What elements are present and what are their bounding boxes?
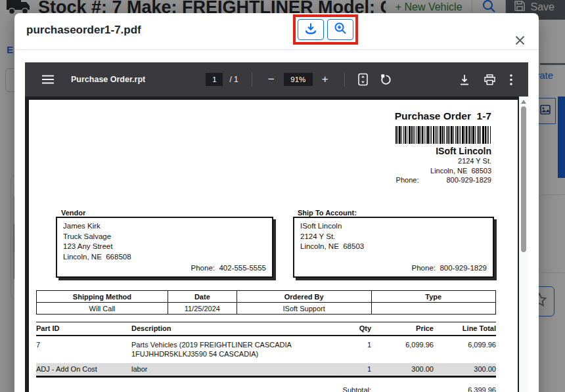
zoom-in-toolbar-button[interactable]: + <box>319 73 331 86</box>
ship-to-box: ISoft Lincoln 2124 Y St. Lincoln, NE 685… <box>293 217 494 278</box>
modal-title: purchaseorder1-7.pdf <box>26 24 141 37</box>
toolbar-download-icon[interactable] <box>459 74 470 85</box>
parts-table-header: Part ID Description Qty Price Line Total <box>36 322 496 336</box>
scrollbar-thumb[interactable] <box>521 106 526 252</box>
zoom-in-button[interactable] <box>327 19 353 40</box>
subtotal-label: Subtotal: <box>36 386 371 392</box>
page-number-input[interactable]: 1 <box>206 73 223 86</box>
po-address1: 2124 Y St. <box>281 156 491 166</box>
pdf-preview-modal: purchaseorder1-7.pdf <box>14 13 539 392</box>
menu-icon[interactable] <box>42 75 54 84</box>
page-total: / 1 <box>229 75 238 84</box>
table-row: ADJ - Add On Cost labor 1 300.00 300.00 <box>36 363 496 375</box>
subtotal-row: Subtotal: 6,399.96 <box>36 386 496 392</box>
po-phone-label: Phone: <box>396 175 419 185</box>
pdf-scroll-area: Purchase Order 1-7 ISoft Lincoln 2124 Y … <box>25 97 528 392</box>
ship-to-phone: Phone: 800-929-1829 <box>412 263 487 274</box>
vendor-box: James Kirk Truck Salvage 123 Any Street … <box>56 217 273 278</box>
download-pdf-button[interactable] <box>298 19 324 40</box>
vendor-phone: Phone: 402-555-5555 <box>191 263 266 274</box>
screen: Stock #: 7 Make: FREIGHTLINER Model: CAS… <box>0 0 565 392</box>
download-icon <box>304 22 317 37</box>
po-title: Purchase Order 1-7 <box>281 110 491 122</box>
vertical-scrollbar[interactable] <box>519 97 528 392</box>
zoom-in-icon <box>334 22 347 37</box>
parts-table: Part ID Description Qty Price Line Total… <box>36 322 496 392</box>
scroll-up-icon[interactable] <box>521 100 526 104</box>
subtotal-value: 6,399.96 <box>434 386 496 392</box>
more-options-icon[interactable] <box>510 74 512 85</box>
po-address2: Lincoln, NE 68503 <box>281 166 491 176</box>
barcode <box>393 126 491 144</box>
ship-to-label: Ship To Account: <box>298 209 357 217</box>
print-icon[interactable] <box>484 74 495 85</box>
annotation-highlight-box <box>293 14 358 45</box>
rotate-icon[interactable] <box>380 74 392 86</box>
shipping-table: Shipping Method Date Ordered By Type Wil… <box>36 290 496 315</box>
po-phone-value: 800-929-1829 <box>446 175 491 185</box>
shipping-table-row: Will Call 11/25/2024 ISoft Support <box>37 303 496 315</box>
po-company: ISoft Lincoln <box>281 146 491 156</box>
fit-page-icon[interactable] <box>358 73 368 86</box>
document-title: Purchase Order.rpt <box>71 75 145 84</box>
vendor-label: Vendor <box>61 209 85 217</box>
zoom-out-button[interactable]: − <box>265 73 277 86</box>
shipping-table-header: Shipping Method Date Ordered By Type <box>37 291 496 303</box>
pdf-page: Purchase Order 1-7 ISoft Lincoln 2124 Y … <box>29 100 518 392</box>
close-icon[interactable] <box>514 34 526 46</box>
pdf-viewer: Purchase Order.rpt 1 / 1 − 91% + <box>25 62 528 392</box>
table-row: 7 Parts Vehicles (2019 FREIGHTLINER CASC… <box>36 336 496 361</box>
modal-header: purchaseorder1-7.pdf <box>14 13 539 50</box>
zoom-level[interactable]: 91% <box>284 73 313 86</box>
pdf-toolbar: Purchase Order.rpt 1 / 1 − 91% + <box>25 62 528 97</box>
